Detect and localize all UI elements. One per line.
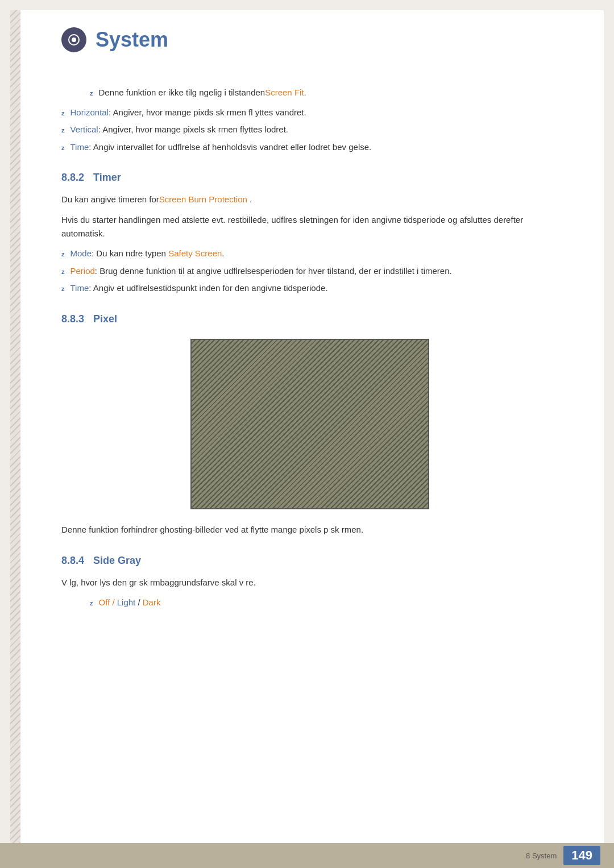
period-text: Period: Brug denne funktion til at angiv…	[70, 265, 452, 278]
screenfit-prefix: Denne funktion er ikke tilg ngelig i til…	[99, 88, 265, 97]
section-882-heading: 8.8.2 Timer	[61, 172, 558, 184]
mode-desc: : Du kan ndre typen	[92, 248, 168, 258]
mode-keyword2: Safety Screen	[168, 248, 222, 258]
time-item: z Time: Angiv intervallet for udflrelse …	[61, 141, 558, 154]
section-882-title: Timer	[93, 172, 121, 184]
section-883-heading: 8.8.3 Pixel	[61, 313, 558, 325]
section-882-number: 8.8.2	[61, 172, 84, 184]
timer-bullet-list: z Mode: Du kan ndre typen Safety Screen.…	[61, 247, 558, 295]
bullet-icon: z	[61, 250, 65, 259]
light-keyword: Light	[117, 597, 136, 607]
screenfit-notice-list: z Denne funktion er ikke tilg ngelig i t…	[61, 86, 558, 99]
vertical-keyword: Vertical	[70, 124, 98, 134]
time-desc: : Angiv intervallet for udflrelse af hen…	[89, 142, 371, 152]
timer-body1: Du kan angive timeren forScreen Burn Pro…	[61, 193, 558, 206]
svg-point-1	[72, 38, 76, 42]
off-keyword: Off /	[99, 597, 117, 607]
time2-text: Time: Angiv et udflrelsestidspunkt inden…	[70, 282, 328, 295]
section-883-title: Pixel	[93, 313, 117, 325]
icon-svg	[67, 33, 81, 47]
bullet-icon: z	[61, 109, 65, 118]
sidegray-options-text: Off / Light / Dark	[99, 596, 161, 609]
left-decoration	[10, 10, 20, 843]
page-footer: 8 System 149	[0, 843, 614, 868]
mode-keyword: Mode	[70, 248, 92, 258]
period-keyword: Period	[70, 266, 95, 276]
timer-body1-prefix: Du kan angive timeren for	[61, 194, 159, 204]
horizontal-desc: : Angiver, hvor mange pixds sk rmen fl y…	[109, 107, 306, 117]
time2-keyword: Time	[70, 283, 89, 293]
footer-section-label: 8 System	[526, 852, 557, 860]
mode-suffix: .	[222, 248, 224, 258]
timer-body1-keyword: Screen Burn Protection	[159, 194, 247, 204]
section-884-heading: 8.8.4 Side Gray	[61, 555, 558, 567]
mode-text: Mode: Du kan ndre typen Safety Screen.	[70, 247, 225, 260]
bullet-icon: z	[61, 267, 65, 277]
section-884-number: 8.8.4	[61, 555, 84, 567]
section-884-title: Side Gray	[93, 555, 141, 567]
page-content: System z Denne funktion er ikke tilg nge…	[10, 10, 604, 843]
horizontal-item: z Horizontal: Angiver, hvor mange pixds …	[61, 106, 558, 119]
period-item: z Period: Brug denne funktion til at ang…	[61, 265, 558, 278]
bullet-icon: z	[90, 599, 93, 608]
bullet-icon: z	[90, 89, 93, 98]
screenfit-keyword: Screen Fit	[265, 88, 304, 97]
bullet-icon: z	[61, 143, 65, 153]
screenfit-suffix: .	[304, 88, 306, 97]
vertical-desc: : Angiver, hvor mange pixels sk rmen fly…	[98, 124, 288, 134]
dark-keyword: Dark	[143, 597, 161, 607]
vertical-item: z Vertical: Angiver, hvor mange pixels s…	[61, 123, 558, 136]
time-text: Time: Angiv intervallet for udflrelse af…	[70, 141, 372, 154]
horizontal-text: Horizontal: Angiver, hvor mange pixds sk…	[70, 106, 306, 119]
page-title: System	[96, 28, 168, 52]
main-bullet-list: z Horizontal: Angiver, hvor mange pixds …	[61, 106, 558, 154]
pixel-image-container	[61, 339, 558, 509]
screenfit-notice-text: Denne funktion er ikke tilg ngelig i til…	[99, 86, 306, 99]
screenfit-notice-item: z Denne funktion er ikke tilg ngelig i t…	[90, 86, 558, 99]
system-icon	[61, 27, 86, 52]
sidegray-bullet-list: z Off / Light / Dark	[61, 596, 558, 609]
section-883-number: 8.8.3	[61, 313, 84, 325]
bullet-icon: z	[61, 284, 65, 294]
page-header: System	[56, 27, 558, 52]
time2-item: z Time: Angiv et udflrelsestidspunkt ind…	[61, 282, 558, 295]
footer-page-number: 149	[563, 846, 600, 865]
pixel-illustration	[190, 339, 429, 509]
timer-body2: Hvis du starter handlingen med atslette …	[61, 213, 558, 240]
pixel-body: Denne funktion forhindrer ghosting-bille…	[61, 523, 558, 537]
time-keyword: Time	[70, 142, 89, 152]
period-desc: : Brug denne funktion til at angive udfl…	[95, 266, 452, 276]
horizontal-keyword: Horizontal	[70, 107, 109, 117]
sidegray-options-item: z Off / Light / Dark	[90, 596, 558, 609]
separator: /	[135, 597, 143, 607]
sidegray-body: V lg, hvor lys den gr sk rmbaggrundsfarv…	[61, 576, 558, 589]
time2-desc: : Angiv et udflrelsestidspunkt inden for…	[89, 283, 327, 293]
vertical-text: Vertical: Angiver, hvor mange pixels sk …	[70, 123, 289, 136]
mode-item: z Mode: Du kan ndre typen Safety Screen.	[61, 247, 558, 260]
bullet-icon: z	[61, 126, 65, 135]
main-content: z Denne funktion er ikke tilg ngelig i t…	[56, 86, 558, 609]
timer-body1-suffix: .	[247, 194, 252, 204]
